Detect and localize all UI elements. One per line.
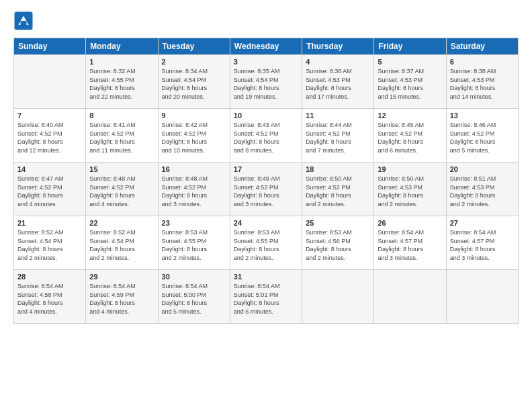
- calendar-cell: 9Sunrise: 8:42 AM Sunset: 4:52 PM Daylig…: [158, 109, 230, 163]
- day-number: 22: [89, 219, 154, 227]
- calendar-cell: [302, 270, 374, 324]
- day-number: 5: [378, 58, 442, 66]
- calendar-cell: 11Sunrise: 8:44 AM Sunset: 4:52 PM Dayli…: [302, 109, 374, 163]
- calendar-cell: 25Sunrise: 8:53 AM Sunset: 4:56 PM Dayli…: [302, 216, 374, 270]
- day-number: 11: [306, 111, 370, 120]
- calendar-cell: 27Sunrise: 8:54 AM Sunset: 4:57 PM Dayli…: [446, 216, 518, 270]
- cell-info: Sunrise: 8:54 AM Sunset: 4:58 PM Dayligh…: [17, 282, 82, 316]
- day-number: 3: [234, 58, 298, 66]
- day-number: 6: [450, 58, 515, 66]
- calendar-cell: 16Sunrise: 8:48 AM Sunset: 4:52 PM Dayli…: [158, 163, 230, 216]
- cell-info: Sunrise: 8:32 AM Sunset: 4:55 PM Dayligh…: [89, 67, 154, 101]
- day-number: 4: [306, 58, 370, 66]
- day-number: 21: [17, 219, 82, 227]
- calendar-cell: 12Sunrise: 8:45 AM Sunset: 4:52 PM Dayli…: [374, 109, 446, 163]
- day-number: 18: [306, 165, 370, 173]
- day-header-friday: Friday: [374, 38, 446, 55]
- cell-info: Sunrise: 8:53 AM Sunset: 4:55 PM Dayligh…: [234, 228, 298, 262]
- calendar-cell: 5Sunrise: 8:37 AM Sunset: 4:53 PM Daylig…: [374, 55, 446, 109]
- day-header-saturday: Saturday: [446, 38, 518, 55]
- day-number: 28: [17, 273, 82, 281]
- day-number: 24: [234, 219, 298, 227]
- calendar-cell: 8Sunrise: 8:41 AM Sunset: 4:52 PM Daylig…: [86, 109, 158, 163]
- cell-info: Sunrise: 8:50 AM Sunset: 4:53 PM Dayligh…: [378, 175, 442, 208]
- logo-icon: [13, 11, 34, 31]
- cell-info: Sunrise: 8:38 AM Sunset: 4:53 PM Dayligh…: [450, 67, 515, 101]
- cell-info: Sunrise: 8:48 AM Sunset: 4:52 PM Dayligh…: [89, 175, 154, 208]
- cell-info: Sunrise: 8:49 AM Sunset: 4:52 PM Dayligh…: [234, 175, 298, 208]
- cell-info: Sunrise: 8:51 AM Sunset: 4:53 PM Dayligh…: [450, 175, 515, 208]
- header: [13, 11, 519, 31]
- day-number: 1: [89, 58, 154, 66]
- calendar-cell: 29Sunrise: 8:54 AM Sunset: 4:59 PM Dayli…: [86, 270, 158, 324]
- day-number: 20: [450, 165, 515, 173]
- cell-info: Sunrise: 8:40 AM Sunset: 4:52 PM Dayligh…: [17, 121, 82, 154]
- cell-info: Sunrise: 8:36 AM Sunset: 4:53 PM Dayligh…: [306, 67, 370, 101]
- week-row-3: 14Sunrise: 8:47 AM Sunset: 4:52 PM Dayli…: [14, 163, 519, 216]
- calendar-cell: 1Sunrise: 8:32 AM Sunset: 4:55 PM Daylig…: [86, 55, 158, 109]
- cell-info: Sunrise: 8:54 AM Sunset: 4:57 PM Dayligh…: [450, 228, 515, 262]
- day-number: 29: [89, 273, 154, 281]
- cell-info: Sunrise: 8:44 AM Sunset: 4:52 PM Dayligh…: [306, 121, 370, 154]
- calendar-cell: 20Sunrise: 8:51 AM Sunset: 4:53 PM Dayli…: [446, 163, 518, 216]
- cell-info: Sunrise: 8:41 AM Sunset: 4:52 PM Dayligh…: [89, 121, 154, 154]
- logo: [13, 11, 36, 31]
- calendar-table: SundayMondayTuesdayWednesdayThursdayFrid…: [13, 38, 519, 324]
- cell-info: Sunrise: 8:54 AM Sunset: 5:01 PM Dayligh…: [234, 282, 298, 316]
- day-header-sunday: Sunday: [14, 38, 86, 55]
- day-number: 2: [162, 58, 226, 66]
- day-number: 26: [378, 219, 442, 227]
- cell-info: Sunrise: 8:52 AM Sunset: 4:54 PM Dayligh…: [89, 228, 154, 262]
- calendar-cell: 6Sunrise: 8:38 AM Sunset: 4:53 PM Daylig…: [446, 55, 518, 109]
- calendar-cell: 24Sunrise: 8:53 AM Sunset: 4:55 PM Dayli…: [230, 216, 302, 270]
- week-row-4: 21Sunrise: 8:52 AM Sunset: 4:54 PM Dayli…: [14, 216, 519, 270]
- cell-info: Sunrise: 8:42 AM Sunset: 4:52 PM Dayligh…: [162, 121, 226, 154]
- cell-info: Sunrise: 8:54 AM Sunset: 4:57 PM Dayligh…: [378, 228, 442, 262]
- calendar-cell: 22Sunrise: 8:52 AM Sunset: 4:54 PM Dayli…: [86, 216, 158, 270]
- cell-info: Sunrise: 8:47 AM Sunset: 4:52 PM Dayligh…: [17, 175, 82, 208]
- calendar-cell: 3Sunrise: 8:35 AM Sunset: 4:54 PM Daylig…: [230, 55, 302, 109]
- cell-info: Sunrise: 8:53 AM Sunset: 4:56 PM Dayligh…: [306, 228, 370, 262]
- day-number: 30: [162, 273, 226, 281]
- week-row-2: 7Sunrise: 8:40 AM Sunset: 4:52 PM Daylig…: [14, 109, 519, 163]
- week-row-5: 28Sunrise: 8:54 AM Sunset: 4:58 PM Dayli…: [14, 270, 519, 324]
- cell-info: Sunrise: 8:45 AM Sunset: 4:52 PM Dayligh…: [378, 121, 442, 154]
- day-number: 17: [234, 165, 298, 173]
- calendar-cell: 10Sunrise: 8:43 AM Sunset: 4:52 PM Dayli…: [230, 109, 302, 163]
- calendar-cell: [14, 55, 86, 109]
- calendar-cell: [446, 270, 518, 324]
- day-header-thursday: Thursday: [302, 38, 374, 55]
- day-number: 23: [162, 219, 226, 227]
- calendar-cell: 17Sunrise: 8:49 AM Sunset: 4:52 PM Dayli…: [230, 163, 302, 216]
- day-header-monday: Monday: [86, 38, 158, 55]
- day-number: 13: [450, 111, 515, 120]
- cell-info: Sunrise: 8:50 AM Sunset: 4:52 PM Dayligh…: [306, 175, 370, 208]
- cell-info: Sunrise: 8:54 AM Sunset: 5:00 PM Dayligh…: [162, 282, 226, 316]
- calendar-cell: 4Sunrise: 8:36 AM Sunset: 4:53 PM Daylig…: [302, 55, 374, 109]
- day-number: 8: [89, 111, 154, 120]
- day-number: 19: [378, 165, 442, 173]
- cell-info: Sunrise: 8:52 AM Sunset: 4:54 PM Dayligh…: [17, 228, 82, 262]
- day-number: 16: [162, 165, 226, 173]
- calendar-cell: 28Sunrise: 8:54 AM Sunset: 4:58 PM Dayli…: [14, 270, 86, 324]
- calendar-cell: 21Sunrise: 8:52 AM Sunset: 4:54 PM Dayli…: [14, 216, 86, 270]
- cell-info: Sunrise: 8:53 AM Sunset: 4:55 PM Dayligh…: [162, 228, 226, 262]
- calendar-cell: 19Sunrise: 8:50 AM Sunset: 4:53 PM Dayli…: [374, 163, 446, 216]
- calendar-cell: 2Sunrise: 8:34 AM Sunset: 4:54 PM Daylig…: [158, 55, 230, 109]
- week-row-1: 1Sunrise: 8:32 AM Sunset: 4:55 PM Daylig…: [14, 55, 519, 109]
- cell-info: Sunrise: 8:37 AM Sunset: 4:53 PM Dayligh…: [378, 67, 442, 101]
- svg-rect-2: [21, 21, 27, 25]
- calendar-cell: [374, 270, 446, 324]
- calendar-cell: 23Sunrise: 8:53 AM Sunset: 4:55 PM Dayli…: [158, 216, 230, 270]
- day-number: 31: [234, 273, 298, 281]
- day-number: 12: [378, 111, 442, 120]
- calendar-cell: 14Sunrise: 8:47 AM Sunset: 4:52 PM Dayli…: [14, 163, 86, 216]
- calendar-cell: 30Sunrise: 8:54 AM Sunset: 5:00 PM Dayli…: [158, 270, 230, 324]
- calendar-cell: 18Sunrise: 8:50 AM Sunset: 4:52 PM Dayli…: [302, 163, 374, 216]
- day-number: 10: [234, 111, 298, 120]
- day-header-wednesday: Wednesday: [230, 38, 302, 55]
- calendar-cell: 26Sunrise: 8:54 AM Sunset: 4:57 PM Dayli…: [374, 216, 446, 270]
- day-header-tuesday: Tuesday: [158, 38, 230, 55]
- cell-info: Sunrise: 8:54 AM Sunset: 4:59 PM Dayligh…: [89, 282, 154, 316]
- calendar-cell: 13Sunrise: 8:46 AM Sunset: 4:52 PM Dayli…: [446, 109, 518, 163]
